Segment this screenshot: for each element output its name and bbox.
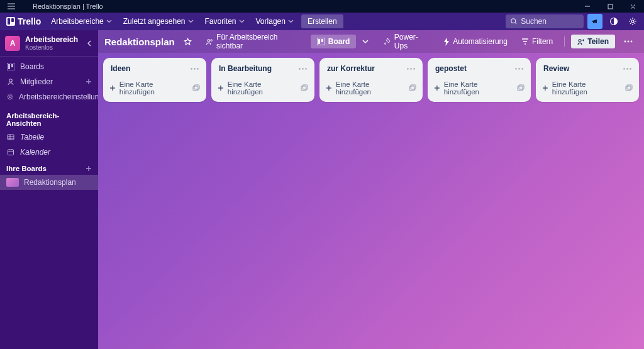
nav-recent[interactable]: Zuletzt angesehen [119, 14, 197, 28]
view-switch-more[interactable] [360, 37, 371, 46]
svg-rect-17 [318, 39, 320, 44]
add-card-button[interactable]: Eine Karte hinzufügen [107, 78, 203, 98]
nav-workspaces[interactable]: Arbeitsbereiche [47, 14, 115, 28]
svg-point-10 [9, 79, 13, 82]
list-title[interactable]: In Bearbeitung [219, 64, 272, 73]
members-icon [6, 78, 15, 86]
add-member-button[interactable] [86, 79, 92, 85]
svg-rect-36 [409, 86, 414, 91]
chevron-down-icon [106, 19, 112, 23]
filters-button[interactable]: Filtern [516, 35, 558, 48]
board-icon [6, 63, 15, 70]
list-menu-button[interactable] [299, 68, 307, 70]
card-template-button[interactable] [409, 84, 416, 92]
card-template-button[interactable] [192, 84, 200, 92]
workspace-header[interactable]: A Arbeitsbereich Kostenlos [0, 30, 98, 57]
brand-name: Trello [18, 16, 41, 26]
sidebar-heading-boards: Ihre Boards [0, 160, 98, 175]
add-card-button[interactable]: Eine Karte hinzufügen [540, 78, 635, 98]
svg-point-24 [194, 68, 195, 69]
add-card-button[interactable]: Eine Karte hinzufügen [215, 78, 311, 98]
list-title[interactable]: Ideen [111, 64, 130, 73]
nav-favorites[interactable]: Favoriten [201, 14, 248, 28]
template-icon [625, 84, 633, 92]
visibility-label: Für Arbeitsbereich sichtbar [216, 33, 302, 50]
user-plus-icon [577, 38, 584, 45]
create-button[interactable]: Erstellen [301, 14, 343, 28]
sidebar-view-table[interactable]: Tabelle [0, 130, 98, 145]
calendar-icon [6, 148, 15, 156]
sidebar-board-label: Redaktionsplan [24, 178, 76, 187]
gear-icon [6, 93, 14, 101]
sidebar-view-calendar[interactable]: Kalender [0, 145, 98, 160]
view-switch[interactable]: Board [311, 35, 357, 48]
nav-templates[interactable]: Vorlagen [252, 14, 297, 28]
add-card-label: Eine Karte hinzufügen [552, 80, 621, 96]
template-icon [192, 84, 200, 92]
svg-point-21 [628, 41, 630, 43]
minimize-icon [584, 3, 591, 9]
star-board-button[interactable] [179, 35, 197, 48]
card-template-button[interactable] [517, 84, 525, 92]
nav-workspaces-label: Arbeitsbereiche [51, 17, 103, 26]
board-icon [317, 38, 325, 45]
sidebar-item-members[interactable]: Mitglieder [0, 74, 98, 89]
svg-rect-46 [626, 86, 631, 91]
more-icon [191, 68, 199, 70]
list-menu-button[interactable] [191, 68, 199, 70]
rocket-icon [384, 38, 391, 45]
nav-recent-label: Zuletzt angesehen [123, 17, 186, 26]
sidebar-board-item[interactable]: Redaktionsplan [0, 175, 98, 190]
plus-icon [109, 85, 116, 91]
search-input[interactable] [521, 17, 579, 26]
svg-point-14 [208, 39, 210, 42]
search-box[interactable] [506, 14, 584, 28]
list-menu-button[interactable] [515, 68, 523, 70]
window-minimize-button[interactable] [576, 0, 599, 13]
app-menu-button[interactable] [0, 0, 23, 13]
bolt-icon [443, 38, 450, 46]
svg-point-45 [630, 68, 631, 69]
svg-point-23 [191, 68, 192, 69]
list-title[interactable]: gepostet [435, 64, 467, 73]
nav-templates-label: Vorlagen [256, 17, 286, 26]
window-close-button[interactable] [621, 0, 644, 13]
list-title[interactable]: zur Korrektur [327, 64, 375, 73]
card-template-button[interactable] [625, 84, 633, 92]
workspace-plan: Kostenlos [25, 44, 78, 51]
card-template-button[interactable] [301, 84, 308, 92]
board-canvas[interactable]: Ideen Eine Karte hinzufügen In Bearbeitu… [98, 53, 644, 349]
theme-button[interactable] [606, 14, 621, 29]
list-title[interactable]: Review [543, 64, 569, 73]
automation-button[interactable]: Automatisierung [438, 35, 513, 48]
automation-label: Automatisierung [453, 37, 508, 46]
add-card-label: Eine Karte hinzufügen [228, 80, 297, 96]
sidebar-collapse-button[interactable] [83, 37, 96, 50]
divider [564, 36, 565, 47]
sidebar-item-boards[interactable]: Boards [0, 59, 98, 74]
plus-icon [218, 85, 224, 91]
sidebar-heading-views: Arbeitsbereich-Ansichten [0, 107, 98, 130]
add-card-button[interactable]: Eine Karte hinzufügen [431, 78, 527, 98]
settings-button[interactable] [625, 14, 640, 29]
powerups-button[interactable]: Power-Ups [379, 30, 435, 53]
chevron-left-icon [87, 40, 92, 47]
add-card-label: Eine Karte hinzufügen [119, 80, 189, 96]
visibility-button[interactable]: Für Arbeitsbereich sichtbar [201, 30, 307, 53]
notifications-button[interactable] [587, 14, 602, 29]
add-board-button[interactable] [86, 165, 92, 172]
list-menu-button[interactable] [407, 68, 415, 70]
list-menu-button[interactable] [623, 68, 631, 70]
share-button[interactable]: Teilen [571, 35, 615, 48]
chevron-down-icon [188, 19, 194, 23]
brand-logo[interactable]: Trello [4, 15, 43, 28]
svg-point-29 [302, 68, 303, 69]
add-card-button[interactable]: Eine Karte hinzufügen [323, 78, 419, 98]
svg-rect-42 [519, 85, 524, 89]
sidebar-item-ws-settings[interactable]: Arbeitsbereicheinstellungen [0, 89, 98, 104]
filters-label: Filtern [532, 37, 553, 46]
more-icon [407, 68, 415, 70]
board-title[interactable]: Redaktionsplan [104, 36, 175, 47]
board-menu-button[interactable] [619, 38, 638, 45]
window-maximize-button[interactable] [599, 0, 621, 13]
